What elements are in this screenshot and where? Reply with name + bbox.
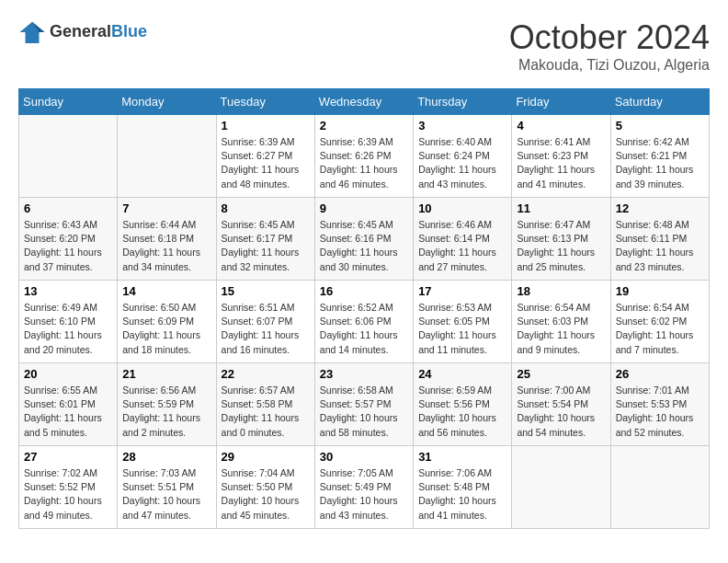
calendar-cell: 15Sunrise: 6:51 AMSunset: 6:07 PMDayligh… [216, 281, 314, 363]
day-info: Sunrise: 7:05 AMSunset: 5:49 PMDaylight:… [320, 466, 408, 523]
day-number: 15 [222, 284, 310, 298]
logo: General Blue [18, 18, 147, 46]
col-header-tuesday: Tuesday [216, 89, 314, 115]
day-info: Sunrise: 6:43 AMSunset: 6:20 PMDaylight:… [24, 218, 112, 274]
day-info: Sunrise: 6:42 AMSunset: 6:21 PMDaylight:… [616, 135, 704, 191]
day-number: 16 [320, 284, 408, 298]
day-number: 4 [517, 119, 605, 132]
location-subtitle: Makouda, Tizi Ouzou, Algeria [509, 57, 710, 74]
calendar-week-row: 20Sunrise: 6:55 AMSunset: 6:01 PMDayligh… [19, 363, 710, 446]
day-info: Sunrise: 6:48 AMSunset: 6:11 PMDaylight:… [616, 218, 704, 274]
day-number: 10 [418, 201, 506, 215]
day-number: 31 [418, 450, 506, 464]
day-number: 21 [122, 367, 210, 381]
calendar-cell: 18Sunrise: 6:54 AMSunset: 6:03 PMDayligh… [512, 281, 610, 363]
day-number: 9 [320, 201, 408, 215]
day-number: 7 [122, 201, 210, 215]
calendar-cell: 31Sunrise: 7:06 AMSunset: 5:48 PMDayligh… [414, 446, 512, 529]
logo-text-blue: Blue [111, 23, 147, 41]
day-info: Sunrise: 6:51 AMSunset: 6:07 PMDaylight:… [222, 301, 310, 357]
day-number: 25 [517, 367, 605, 381]
day-number: 2 [320, 119, 408, 132]
day-number: 11 [517, 201, 605, 215]
day-number: 3 [418, 119, 506, 132]
col-header-wednesday: Wednesday [314, 89, 413, 115]
day-info: Sunrise: 7:01 AMSunset: 5:53 PMDaylight:… [616, 384, 704, 440]
calendar-cell: 24Sunrise: 6:59 AMSunset: 5:56 PMDayligh… [414, 363, 512, 446]
day-number: 19 [616, 284, 704, 298]
calendar-cell: 21Sunrise: 6:56 AMSunset: 5:59 PMDayligh… [118, 363, 216, 446]
svg-marker-0 [20, 22, 45, 43]
day-info: Sunrise: 6:40 AMSunset: 6:24 PMDaylight:… [418, 135, 506, 191]
calendar-cell: 17Sunrise: 6:53 AMSunset: 6:05 PMDayligh… [414, 281, 512, 363]
calendar-cell: 4Sunrise: 6:41 AMSunset: 6:23 PMDaylight… [512, 115, 610, 198]
day-number: 14 [122, 284, 210, 298]
calendar-cell: 22Sunrise: 6:57 AMSunset: 5:58 PMDayligh… [216, 363, 314, 446]
calendar-cell [610, 446, 709, 529]
calendar-cell: 10Sunrise: 6:46 AMSunset: 6:14 PMDayligh… [414, 198, 512, 281]
day-number: 22 [222, 367, 310, 381]
day-number: 18 [517, 284, 605, 298]
calendar-cell: 5Sunrise: 6:42 AMSunset: 6:21 PMDaylight… [610, 115, 709, 198]
calendar-cell: 29Sunrise: 7:04 AMSunset: 5:50 PMDayligh… [216, 446, 314, 529]
day-number: 27 [24, 450, 112, 464]
logo-text-general: General [50, 23, 111, 41]
day-info: Sunrise: 7:02 AMSunset: 5:52 PMDaylight:… [24, 466, 112, 523]
logo-text-block: General Blue [50, 23, 147, 41]
calendar-cell: 27Sunrise: 7:02 AMSunset: 5:52 PMDayligh… [19, 446, 118, 529]
day-info: Sunrise: 6:45 AMSunset: 6:17 PMDaylight:… [222, 218, 310, 274]
calendar-cell: 20Sunrise: 6:55 AMSunset: 6:01 PMDayligh… [19, 363, 118, 446]
calendar-cell: 14Sunrise: 6:50 AMSunset: 6:09 PMDayligh… [118, 281, 216, 363]
day-number: 13 [24, 284, 112, 298]
day-number: 8 [222, 201, 310, 215]
calendar-cell: 16Sunrise: 6:52 AMSunset: 6:06 PMDayligh… [314, 281, 413, 363]
calendar-cell: 23Sunrise: 6:58 AMSunset: 5:57 PMDayligh… [314, 363, 413, 446]
month-title: October 2024 [509, 18, 710, 57]
day-info: Sunrise: 6:50 AMSunset: 6:09 PMDaylight:… [122, 301, 210, 357]
day-info: Sunrise: 6:49 AMSunset: 6:10 PMDaylight:… [24, 301, 112, 357]
day-number: 23 [320, 367, 408, 381]
day-info: Sunrise: 6:59 AMSunset: 5:56 PMDaylight:… [418, 384, 506, 440]
calendar-table: SundayMondayTuesdayWednesdayThursdayFrid… [18, 88, 710, 529]
day-info: Sunrise: 6:52 AMSunset: 6:06 PMDaylight:… [320, 301, 408, 357]
day-info: Sunrise: 6:41 AMSunset: 6:23 PMDaylight:… [517, 135, 605, 191]
calendar-cell: 8Sunrise: 6:45 AMSunset: 6:17 PMDaylight… [216, 198, 314, 281]
calendar-header-row: SundayMondayTuesdayWednesdayThursdayFrid… [19, 89, 710, 115]
calendar-week-row: 6Sunrise: 6:43 AMSunset: 6:20 PMDaylight… [19, 198, 710, 281]
day-info: Sunrise: 6:56 AMSunset: 5:59 PMDaylight:… [122, 384, 210, 440]
day-info: Sunrise: 6:39 AMSunset: 6:27 PMDaylight:… [222, 135, 310, 191]
day-info: Sunrise: 6:47 AMSunset: 6:13 PMDaylight:… [517, 218, 605, 274]
calendar-cell: 9Sunrise: 6:45 AMSunset: 6:16 PMDaylight… [314, 198, 413, 281]
day-number: 26 [616, 367, 704, 381]
calendar-cell: 12Sunrise: 6:48 AMSunset: 6:11 PMDayligh… [610, 198, 709, 281]
day-number: 17 [418, 284, 506, 298]
logo-icon [18, 18, 46, 46]
day-info: Sunrise: 6:54 AMSunset: 6:02 PMDaylight:… [616, 301, 704, 357]
day-number: 12 [616, 201, 704, 215]
page-header: General Blue October 2024 Makouda, Tizi … [18, 18, 710, 74]
calendar-cell: 30Sunrise: 7:05 AMSunset: 5:49 PMDayligh… [314, 446, 413, 529]
col-header-saturday: Saturday [610, 89, 709, 115]
day-info: Sunrise: 6:45 AMSunset: 6:16 PMDaylight:… [320, 218, 408, 274]
day-info: Sunrise: 6:54 AMSunset: 6:03 PMDaylight:… [517, 301, 605, 357]
calendar-cell: 13Sunrise: 6:49 AMSunset: 6:10 PMDayligh… [19, 281, 118, 363]
col-header-sunday: Sunday [19, 89, 118, 115]
day-number: 1 [222, 119, 310, 132]
calendar-cell: 1Sunrise: 6:39 AMSunset: 6:27 PMDaylight… [216, 115, 314, 198]
title-block: October 2024 Makouda, Tizi Ouzou, Algeri… [509, 18, 710, 74]
calendar-cell [118, 115, 216, 198]
calendar-cell: 28Sunrise: 7:03 AMSunset: 5:51 PMDayligh… [118, 446, 216, 529]
day-info: Sunrise: 7:03 AMSunset: 5:51 PMDaylight:… [122, 466, 210, 523]
calendar-cell: 3Sunrise: 6:40 AMSunset: 6:24 PMDaylight… [414, 115, 512, 198]
calendar-cell: 6Sunrise: 6:43 AMSunset: 6:20 PMDaylight… [19, 198, 118, 281]
calendar-cell: 7Sunrise: 6:44 AMSunset: 6:18 PMDaylight… [118, 198, 216, 281]
calendar-week-row: 27Sunrise: 7:02 AMSunset: 5:52 PMDayligh… [19, 446, 710, 529]
day-info: Sunrise: 6:46 AMSunset: 6:14 PMDaylight:… [418, 218, 506, 274]
day-number: 20 [24, 367, 112, 381]
day-info: Sunrise: 6:39 AMSunset: 6:26 PMDaylight:… [320, 135, 408, 191]
calendar-cell [19, 115, 118, 198]
day-number: 6 [24, 201, 112, 215]
day-info: Sunrise: 6:44 AMSunset: 6:18 PMDaylight:… [122, 218, 210, 274]
calendar-cell: 26Sunrise: 7:01 AMSunset: 5:53 PMDayligh… [610, 363, 709, 446]
day-number: 5 [616, 119, 704, 132]
